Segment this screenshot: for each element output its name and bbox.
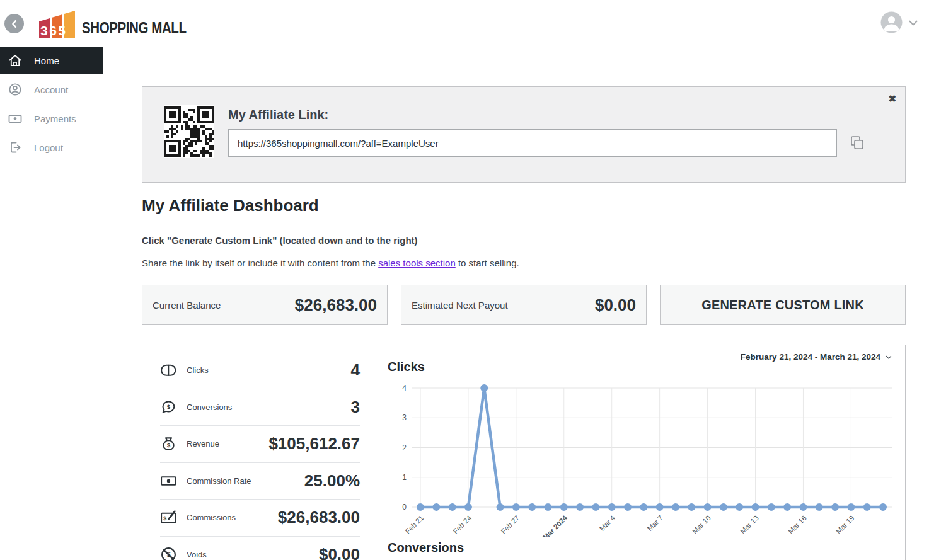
next-payout-card: Estimated Next Payout $0.00 [401,285,647,325]
conversation-dollar-icon: $ [160,399,177,416]
signed-check-icon: $ [160,509,177,526]
stat-label: Conversions [187,403,232,412]
stat-row-commission-rate: Commission Rate 25.00% [160,463,360,500]
sidebar: Home Account Payments [0,47,142,560]
banknote-icon [160,472,177,489]
affiliate-link-input[interactable] [228,129,837,157]
chevron-down-icon [885,353,892,361]
logout-icon [8,140,23,155]
copy-icon[interactable] [847,134,866,152]
next-payout-label: Estimated Next Payout [412,300,508,311]
stat-value: $26,683.00 [278,508,360,527]
affiliate-link-banner: My Affiliate Link: ✖ [142,86,906,183]
stat-value: $105,612.67 [268,434,360,454]
charts-column: February 21, 2024 - March 21, 2024 Click… [374,345,905,560]
svg-text:0: 0 [402,503,407,511]
stat-label: Voids [187,550,207,559]
next-payout-value: $0.00 [595,295,636,315]
topbar: 365 SHOPPING MALL [0,0,929,47]
stat-value: 25.00% [304,471,360,491]
void-dollar-icon: $ [160,546,177,560]
sales-tools-link[interactable]: sales tools section [378,258,456,268]
sidebar-item-payments[interactable]: Payments [0,105,103,132]
clicks-chart-title: Clicks [388,360,905,374]
user-menu-chevron-down-icon[interactable] [906,16,920,30]
stat-label: Commissions [187,513,236,522]
clicks-line-chart: 01234Feb 21Feb 24Feb 27Mar 2024Mar 4Mar … [388,378,904,537]
page-title: My Affiliate Dashboard [142,196,906,215]
svg-text:Mar 7: Mar 7 [646,514,664,532]
stats-column: Clicks 4 $ Conversions 3 [142,345,374,560]
account-icon [8,82,23,97]
conversions-chart-title: Conversions [388,540,905,555]
share-text: Share the link by itself or include it w… [142,258,906,268]
home-icon [8,53,23,68]
date-range-label: February 21, 2024 - March 21, 2024 [741,352,880,362]
stat-label: Commission Rate [187,476,251,486]
share-text-before: Share the link by itself or include it w… [142,258,378,268]
logo[interactable]: 365 SHOPPING MALL [38,9,209,38]
close-icon[interactable]: ✖ [888,94,896,103]
stat-row-conversions: $ Conversions 3 [160,389,360,426]
svg-text:$: $ [167,403,171,410]
sidebar-item-label: Logout [34,142,63,153]
sidebar-item-logout[interactable]: Logout [0,134,103,161]
svg-text:Feb 24: Feb 24 [452,514,473,535]
svg-text:1: 1 [402,473,407,482]
svg-text:$: $ [163,515,166,522]
logo-bars-icon: 365 [38,9,77,38]
stats-charts-panel: Clicks 4 $ Conversions 3 [142,345,906,560]
svg-text:Feb 21: Feb 21 [404,514,425,535]
sidebar-item-label: Payments [34,113,76,124]
stat-label: Clicks [187,365,209,375]
date-range-selector[interactable]: February 21, 2024 - March 21, 2024 [741,352,892,362]
svg-text:Mar 2024: Mar 2024 [541,514,569,537]
stat-row-clicks: Clicks 4 [160,352,360,389]
qr-code [164,105,214,158]
svg-text:Mar 4: Mar 4 [598,514,617,533]
stat-row-revenue: $ Revenue $105,612.67 [160,426,360,463]
logo-text: SHOPPING MALL [82,19,187,37]
affiliate-link-title: My Affiliate Link: [228,108,887,122]
stat-label: Revenue [187,439,219,449]
generate-custom-link-button[interactable]: GENERATE CUSTOM LINK [660,285,906,325]
svg-text:Feb 27: Feb 27 [499,514,521,535]
current-balance-card: Current Balance $26,683.00 [142,285,388,325]
banknote-icon [8,111,23,126]
money-bag-icon: $ [160,435,177,452]
stat-value: $0.00 [319,545,360,560]
svg-text:2: 2 [402,443,407,452]
chevron-left-icon [9,18,20,30]
stat-row-commissions: $ Commissions $26,683.00 [160,500,360,537]
svg-text:4: 4 [402,384,407,392]
svg-text:3: 3 [402,413,407,422]
instruction-text: Click "Generate Custom Link" (located do… [142,235,906,246]
mouse-icon [160,362,177,379]
svg-text:Mar 13: Mar 13 [739,514,760,535]
stat-value: 3 [351,397,360,417]
summary-cards-row: Current Balance $26,683.00 Estimated Nex… [142,285,906,325]
svg-text:$: $ [167,442,171,449]
sidebar-item-label: Home [34,55,59,66]
back-button[interactable] [4,14,24,33]
svg-text:Mar 19: Mar 19 [834,514,856,535]
logo-number: 365 [40,23,67,38]
stat-value: 4 [351,360,360,380]
svg-text:Mar 16: Mar 16 [787,514,808,535]
svg-text:Mar 10: Mar 10 [691,514,712,535]
sidebar-item-label: Account [34,84,68,95]
current-balance-value: $26,683.00 [295,295,377,315]
sidebar-item-home[interactable]: Home [0,47,103,74]
stat-row-voids: $ Voids $0.00 [160,537,360,560]
current-balance-label: Current Balance [153,300,221,311]
share-text-after: to start selling. [456,258,519,268]
avatar[interactable] [880,11,903,33]
sidebar-item-account[interactable]: Account [0,76,103,103]
